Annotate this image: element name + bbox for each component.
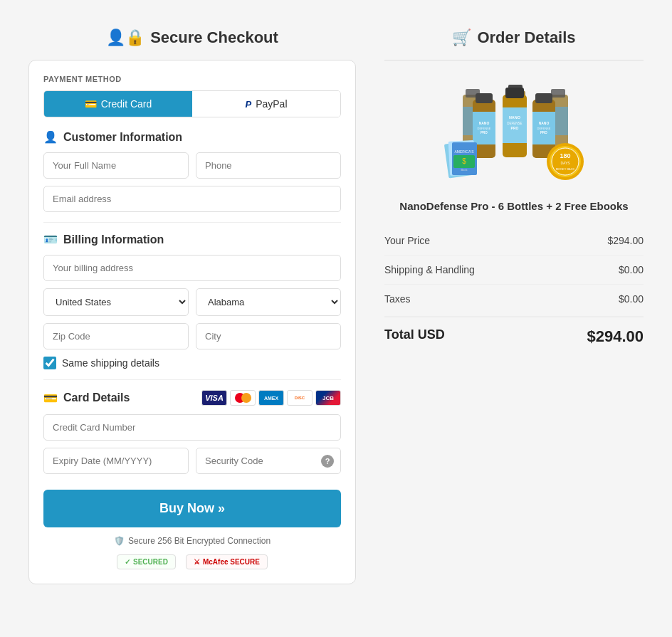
phone-input[interactable] — [196, 152, 341, 179]
card-number-row — [43, 414, 341, 441]
right-divider — [384, 60, 644, 60]
svg-text:PRO: PRO — [511, 126, 519, 130]
trust-badges: ✓ SECURED ⚔ McAfee SECURE — [43, 554, 341, 569]
svg-rect-26 — [503, 107, 527, 143]
paypal-icon: P — [245, 99, 251, 110]
expiry-input[interactable] — [43, 448, 189, 474]
country-field: United States Canada United Kingdom Aust… — [43, 288, 189, 316]
address-input[interactable] — [43, 255, 341, 281]
amex-icon: AMEX — [258, 390, 284, 406]
city-field — [196, 323, 341, 349]
svg-text:NANO: NANO — [539, 121, 550, 125]
name-phone-row — [43, 152, 341, 179]
card-icon: 💳 — [43, 391, 58, 405]
secured-icon: ✓ — [125, 558, 130, 566]
cart-icon: 🛒 — [452, 28, 471, 47]
svg-text:Book: Book — [461, 168, 467, 172]
card-details-header: 💳 Card Details VISA AMEX DISC JCB — [43, 390, 341, 406]
discover-icon: DISC — [287, 390, 313, 406]
svg-text:MONEY BACK: MONEY BACK — [556, 167, 575, 171]
svg-text:PRO: PRO — [540, 131, 547, 135]
lock-person-icon: 👤🔒 — [106, 28, 145, 47]
mcafee-icon: ⚔ — [194, 558, 200, 566]
jcb-icon: JCB — [315, 390, 341, 406]
credit-card-tab[interactable]: 💳 Credit Card — [44, 91, 192, 117]
state-select[interactable]: Alabama Alaska Arizona Arkansas Californ… — [196, 288, 341, 316]
card-number-field — [43, 414, 341, 441]
email-field — [43, 186, 341, 212]
billing-info-heading: 🪪 Billing Information — [43, 233, 341, 246]
email-row — [43, 186, 341, 212]
secured-badge: ✓ SECURED — [117, 554, 176, 569]
svg-text:DEFENSE: DEFENSE — [537, 127, 551, 130]
order-line-taxes: Taxes $0.00 — [384, 285, 644, 313]
state-field: Alabama Alaska Arizona Arkansas Californ… — [196, 288, 341, 316]
id-card-icon: 🪪 — [43, 233, 58, 246]
svg-rect-25 — [505, 88, 524, 98]
divider-1 — [43, 222, 341, 223]
svg-text:DEFENSE: DEFENSE — [478, 127, 491, 130]
same-shipping-checkbox[interactable] — [43, 357, 56, 369]
expiry-security-row: ? — [43, 448, 341, 474]
checkout-card: PAYMENT METHOD 💳 Credit Card P PayPal 👤 … — [28, 60, 356, 584]
svg-rect-13 — [476, 93, 493, 103]
visa-icon: VISA — [201, 390, 227, 406]
shipping-checkbox-row: Same shipping details — [43, 357, 341, 369]
security-code-input[interactable] — [196, 448, 341, 474]
svg-text:180: 180 — [560, 152, 570, 159]
product-image: NANO DEFENSE PRO NANO DEFENSE PRO — [443, 75, 585, 189]
svg-text:DEFENSE: DEFENSE — [507, 122, 522, 125]
product-name: NanoDefense Pro - 6 Bottles + 2 Free Ebo… — [384, 200, 644, 212]
shield-icon: 🛡️ — [114, 536, 125, 546]
security-code-field: ? — [196, 448, 341, 474]
country-state-row: United States Canada United Kingdom Aust… — [43, 288, 341, 316]
full-name-input[interactable] — [43, 152, 189, 179]
right-panel: 🛒 Order Details — [384, 28, 644, 584]
mastercard-icon — [230, 390, 256, 406]
svg-text:PRO: PRO — [481, 131, 488, 135]
card-details-heading: 💳 Card Details — [43, 391, 130, 405]
svg-text:$: $ — [462, 157, 466, 165]
country-select[interactable]: United States Canada United Kingdom Aust… — [43, 288, 189, 316]
product-image-area: NANO DEFENSE PRO NANO DEFENSE PRO — [384, 75, 644, 189]
city-input[interactable] — [196, 323, 341, 349]
payment-tabs: 💳 Credit Card P PayPal — [43, 90, 341, 117]
order-lines: Your Price $294.00 Shipping & Handling $… — [384, 226, 644, 313]
address-row — [43, 255, 341, 281]
svg-rect-4 — [551, 89, 565, 98]
address-field — [43, 255, 341, 281]
divider-2 — [43, 379, 341, 380]
left-panel: 👤🔒 Secure Checkout PAYMENT METHOD 💳 Cred… — [28, 28, 356, 584]
order-total-line: Total USD $294.00 — [384, 316, 644, 356]
email-input[interactable] — [43, 186, 341, 212]
card-icons: VISA AMEX DISC JCB — [201, 390, 341, 406]
payment-method-label: PAYMENT METHOD — [43, 75, 341, 83]
same-shipping-label[interactable]: Same shipping details — [62, 357, 159, 369]
person-icon: 👤 — [43, 130, 58, 144]
svg-text:DAYS: DAYS — [560, 161, 570, 165]
buy-now-button[interactable]: Buy Now » — [43, 490, 341, 527]
svg-text:NANO: NANO — [479, 121, 490, 125]
zip-city-row — [43, 323, 341, 349]
svg-rect-19 — [535, 93, 552, 103]
expiry-field — [43, 448, 189, 474]
svg-text:AMERICA'S: AMERICA'S — [454, 149, 474, 154]
secure-notice: 🛡️ Secure 256 Bit Encrypted Connection — [43, 536, 341, 546]
svg-text:NANO: NANO — [509, 115, 521, 120]
full-name-field — [43, 152, 189, 179]
checkout-title: 👤🔒 Secure Checkout — [28, 28, 356, 47]
zip-input[interactable] — [43, 323, 189, 349]
mcafee-badge: ⚔ McAfee SECURE — [186, 554, 268, 569]
phone-field — [196, 152, 341, 179]
paypal-tab[interactable]: P PayPal — [192, 91, 340, 117]
customer-info-heading: 👤 Customer Information — [43, 130, 341, 144]
security-help-icon[interactable]: ? — [321, 455, 334, 468]
order-line-shipping: Shipping & Handling $0.00 — [384, 256, 644, 285]
order-details-title: 🛒 Order Details — [384, 28, 644, 47]
credit-card-icon: 💳 — [85, 98, 97, 110]
card-number-input[interactable] — [43, 414, 341, 441]
zip-field — [43, 323, 189, 349]
order-line-price: Your Price $294.00 — [384, 226, 644, 256]
